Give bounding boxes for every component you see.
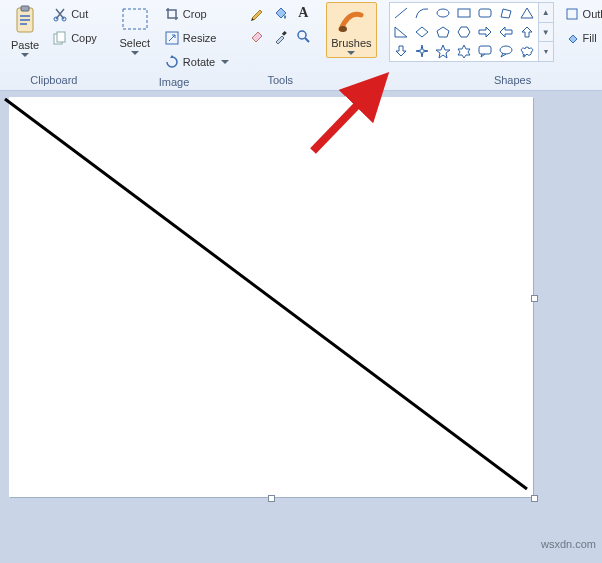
gallery-up[interactable]: ▲: [539, 3, 553, 23]
paste-button[interactable]: Paste: [6, 2, 44, 60]
shape-curve[interactable]: [412, 4, 432, 22]
image-group-label: Image: [114, 74, 234, 92]
shape-triangle[interactable]: [517, 4, 537, 22]
shape-hexagon[interactable]: [454, 23, 474, 41]
fill-label: Fill: [583, 32, 597, 44]
text-icon: A: [298, 5, 308, 21]
copy-button[interactable]: Copy: [48, 26, 102, 50]
svg-rect-17: [479, 46, 491, 54]
shape-diamond[interactable]: [412, 23, 432, 41]
shape-arrow-up[interactable]: [517, 23, 537, 41]
picker-tool[interactable]: [269, 25, 291, 47]
brushes-group-label: [326, 84, 376, 90]
fill-shape-icon: [565, 31, 579, 45]
svg-rect-2: [20, 15, 30, 17]
fill-icon: [272, 5, 288, 21]
watermark: wsxdn.com: [541, 538, 596, 550]
group-image: Select Crop Resize Rotate Image: [108, 0, 240, 90]
clipboard-group-label: Clipboard: [6, 72, 102, 90]
shape-arrow-down[interactable]: [391, 42, 411, 60]
shape-star-6[interactable]: [454, 42, 474, 60]
shape-callout-oval[interactable]: [496, 42, 516, 60]
shape-oval[interactable]: [433, 4, 453, 22]
text-tool[interactable]: A: [292, 2, 314, 24]
eraser-tool[interactable]: [246, 25, 268, 47]
ribbon: Paste Cut Copy Clipboard Select: [0, 0, 602, 91]
group-shapes: ▲ ▼ ▾ Outline Fill Shapes: [383, 0, 602, 90]
handle-bottom[interactable]: [268, 495, 275, 502]
cut-button[interactable]: Cut: [48, 2, 102, 26]
svg-rect-15: [458, 9, 470, 17]
handle-right[interactable]: [531, 295, 538, 302]
canvas[interactable]: [9, 97, 533, 497]
group-brushes: Brushes: [320, 0, 382, 90]
shape-polygon[interactable]: [496, 4, 516, 22]
svg-rect-4: [20, 23, 27, 25]
chevron-down-icon: [21, 53, 29, 57]
fill-button[interactable]: Fill: [560, 26, 602, 50]
svg-line-21: [5, 99, 527, 489]
brushes-button[interactable]: Brushes: [326, 2, 376, 58]
shape-star-4[interactable]: [412, 42, 432, 60]
shape-rounded-rectangle[interactable]: [475, 4, 495, 22]
shape-rectangle[interactable]: [454, 4, 474, 22]
paste-label: Paste: [11, 39, 39, 51]
svg-point-13: [339, 26, 347, 32]
drawing-line: [9, 97, 533, 497]
svg-rect-20: [567, 9, 577, 19]
shapes-group-label: Shapes: [389, 72, 602, 90]
shape-star-5[interactable]: [433, 42, 453, 60]
brushes-label: Brushes: [331, 37, 371, 49]
brush-icon: [335, 5, 367, 35]
pencil-tool[interactable]: [246, 2, 268, 24]
outline-button[interactable]: Outline: [560, 2, 602, 26]
shape-callout-rounded[interactable]: [475, 42, 495, 60]
select-button[interactable]: Select: [114, 2, 156, 58]
crop-icon: [165, 7, 179, 21]
gallery-down[interactable]: ▼: [539, 23, 553, 43]
magnifier-tool[interactable]: [292, 25, 314, 47]
svg-rect-8: [57, 32, 65, 42]
svg-rect-9: [123, 9, 147, 29]
crop-label: Crop: [183, 8, 207, 20]
svg-rect-11: [282, 31, 287, 36]
gallery-expand[interactable]: ▾: [539, 42, 553, 61]
tools-group-label: Tools: [246, 72, 314, 90]
chevron-down-icon: [221, 60, 229, 64]
shape-pentagon[interactable]: [433, 23, 453, 41]
shape-arrow-right[interactable]: [475, 23, 495, 41]
rotate-icon: [165, 55, 179, 69]
rotate-button[interactable]: Rotate: [160, 50, 234, 74]
svg-rect-3: [20, 19, 30, 21]
resize-icon: [165, 31, 179, 45]
svg-point-12: [298, 31, 306, 39]
chevron-down-icon: [347, 51, 355, 55]
magnifier-icon: [295, 28, 311, 44]
paste-icon: [11, 5, 39, 37]
group-tools: A Tools: [240, 0, 320, 90]
cut-label: Cut: [71, 8, 88, 20]
shape-right-triangle[interactable]: [391, 23, 411, 41]
svg-rect-16: [479, 9, 491, 17]
group-clipboard: Paste Cut Copy Clipboard: [0, 0, 108, 90]
svg-point-14: [437, 9, 449, 17]
pencil-icon: [249, 5, 265, 21]
shapes-gallery[interactable]: [389, 2, 539, 62]
rotate-label: Rotate: [183, 56, 215, 68]
handle-corner[interactable]: [531, 495, 538, 502]
svg-point-19: [523, 55, 525, 57]
svg-rect-1: [21, 6, 29, 11]
resize-button[interactable]: Resize: [160, 26, 234, 50]
svg-point-18: [500, 46, 512, 54]
resize-label: Resize: [183, 32, 217, 44]
fill-tool[interactable]: [269, 2, 291, 24]
picker-icon: [272, 28, 288, 44]
shape-arrow-left[interactable]: [496, 23, 516, 41]
cut-icon: [53, 7, 67, 21]
chevron-down-icon: [131, 51, 139, 55]
shapes-gallery-nav: ▲ ▼ ▾: [539, 2, 554, 62]
crop-button[interactable]: Crop: [160, 2, 234, 26]
shape-line[interactable]: [391, 4, 411, 22]
shape-callout-cloud[interactable]: [517, 42, 537, 60]
canvas-area: wsxdn.com: [0, 91, 602, 554]
